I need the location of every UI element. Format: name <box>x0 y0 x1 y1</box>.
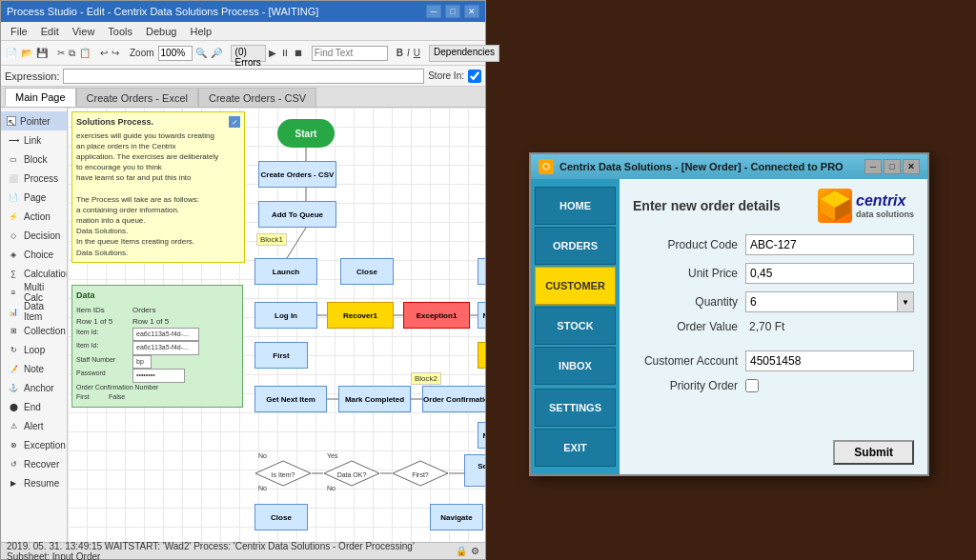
nav-customer-btn[interactable]: CUSTOMER <box>535 267 616 305</box>
modal-maximize-btn[interactable]: □ <box>884 159 901 174</box>
zoom-input[interactable] <box>158 46 193 61</box>
close-button[interactable]: ✕ <box>464 5 479 18</box>
undo-btn[interactable]: ↩ <box>99 44 109 63</box>
get-next-item[interactable]: Get Next Item <box>254 386 327 412</box>
resume1[interactable]: Resume1 <box>478 258 485 285</box>
menu-edit[interactable]: Edit <box>35 26 65 37</box>
mark-completed[interactable]: Mark Completed <box>338 386 411 412</box>
add-to-queue[interactable]: Add To Queue <box>258 201 336 228</box>
data-ok-diamond-wrapper[interactable]: Data OK? <box>323 460 380 487</box>
menu-file[interactable]: File <box>5 26 33 37</box>
tool-collection-icon: ⊞ <box>7 325 20 336</box>
quantity-input[interactable] <box>745 291 897 312</box>
tool-choice[interactable]: ◈ Choice <box>1 245 67 264</box>
create-orders-csv[interactable]: Create Orders - CSV <box>258 161 336 188</box>
pause-btn[interactable]: ⏸ <box>279 44 291 63</box>
recover2[interactable]: Recover2 <box>478 342 485 369</box>
tool-process[interactable]: ⬜ Process <box>1 169 67 188</box>
data-panel-title: Data <box>76 290 238 303</box>
minimize-button[interactable]: ─ <box>426 5 441 18</box>
tool-recover[interactable]: ↺ Recover <box>1 454 67 473</box>
log-in[interactable]: Log In <box>254 302 317 329</box>
store-in-checkbox[interactable] <box>468 70 481 83</box>
stop-btn[interactable]: ⏹ <box>293 44 304 63</box>
menu-view[interactable]: View <box>67 26 101 37</box>
select-order-option[interactable]: Select Order Option <box>464 454 485 487</box>
tool-exception[interactable]: ⊗ Exception <box>1 435 67 454</box>
mark-exception-1[interactable]: Mark Exception <box>478 302 485 329</box>
paste-btn[interactable]: 📋 <box>78 44 92 63</box>
canvas-area[interactable]: Solutions Process. ✓ exercises will guid… <box>68 108 485 542</box>
recover1[interactable]: Recover1 <box>327 302 394 329</box>
canvas-scroll: Solutions Process. ✓ exercises will guid… <box>68 108 485 542</box>
menu-debug[interactable]: Debug <box>140 26 182 37</box>
play-btn[interactable]: ▶ <box>268 44 277 63</box>
tool-link[interactable]: ⟶ Link <box>1 130 67 150</box>
open-btn[interactable]: 📂 <box>20 44 33 63</box>
dependencies-btn[interactable]: Dependencies <box>429 45 499 62</box>
tool-loop[interactable]: ↻ Loop <box>1 340 67 359</box>
title-bar-text: Process Studio - Edit - Centrix Data Sol… <box>7 6 318 17</box>
find-text-input[interactable] <box>312 46 388 61</box>
zoom-out-btn[interactable]: 🔎 <box>210 44 223 63</box>
product-code-input[interactable] <box>745 234 914 255</box>
exception1[interactable]: Exception1 <box>403 302 470 329</box>
menu-help[interactable]: Help <box>184 26 217 37</box>
launch[interactable]: Launch <box>254 258 317 285</box>
unit-price-input[interactable] <box>745 263 914 284</box>
nav-inbox-btn[interactable]: INBOX <box>535 347 616 385</box>
get-next-item-label: Get Next Item <box>266 395 315 404</box>
first-diamond-wrapper[interactable]: First? <box>392 460 449 487</box>
nav-settings-btn[interactable]: SETTINGS <box>535 389 616 427</box>
customer-account-input[interactable] <box>745 350 914 371</box>
close-2[interactable]: Close <box>254 504 308 530</box>
mark-exception-2[interactable]: Mark Exception <box>478 422 485 449</box>
modal-minimize-btn[interactable]: ─ <box>864 159 882 174</box>
quantity-arrow-btn[interactable]: ▼ <box>897 291 914 312</box>
nav-home-btn[interactable]: HOME <box>535 187 616 225</box>
tool-decision[interactable]: ◇ Decision <box>1 226 67 245</box>
tool-calculation[interactable]: ∑ Calculation <box>1 264 67 283</box>
tool-resume[interactable]: ▶ Resume <box>1 473 67 492</box>
underline-btn[interactable]: U <box>413 44 421 63</box>
expression-input[interactable] <box>63 69 424 84</box>
close-1[interactable]: Close <box>340 258 394 285</box>
tool-data-item[interactable]: 📊 Data Item <box>1 302 67 321</box>
bold-btn[interactable]: B <box>396 44 404 63</box>
zoom-in-btn[interactable]: 🔍 <box>194 44 208 63</box>
cut-btn[interactable]: ✂ <box>56 44 66 63</box>
tool-anchor[interactable]: ⚓ Anchor <box>1 378 67 397</box>
is-item-diamond-wrapper[interactable]: Is Item? <box>254 460 312 487</box>
tab-main-page[interactable]: Main Page <box>5 88 76 107</box>
tool-alert[interactable]: ⚠ Alert <box>1 416 67 435</box>
nav-stock-btn[interactable]: STOCK <box>535 307 616 345</box>
nav-exit-btn[interactable]: EXIT <box>535 429 616 467</box>
priority-order-checkbox[interactable] <box>745 379 759 392</box>
tool-end[interactable]: ⬤ End <box>1 397 67 416</box>
copy-btn[interactable]: ⧉ <box>68 44 76 63</box>
menu-tools[interactable]: Tools <box>102 26 138 37</box>
new-btn[interactable]: 📄 <box>5 44 18 63</box>
tool-multi-calc[interactable]: ≡ Multi Calc <box>1 283 67 302</box>
nav-orders-btn[interactable]: ORDERS <box>535 227 616 265</box>
italic-btn[interactable]: I <box>406 44 411 63</box>
redo-btn[interactable]: ↪ <box>111 44 120 63</box>
start-oval[interactable]: Start <box>277 119 335 148</box>
modal-close-btn[interactable]: ✕ <box>903 159 920 174</box>
tool-block[interactable]: ▭ Block <box>1 150 67 169</box>
tab-create-orders-excel[interactable]: Create Orders - Excel <box>76 88 198 107</box>
info-panel-close-btn[interactable]: ✓ <box>229 116 240 128</box>
save-btn[interactable]: 💾 <box>35 44 49 63</box>
tool-page[interactable]: 📄 Page <box>1 188 67 207</box>
tool-pointer[interactable]: ↖ Pointer <box>1 111 67 130</box>
tool-action[interactable]: ⚡ Action <box>1 207 67 226</box>
tool-note[interactable]: 📝 Note <box>1 359 67 378</box>
tool-collection[interactable]: ⊞ Collection <box>1 321 67 340</box>
maximize-button[interactable]: □ <box>445 5 460 18</box>
errors-btn[interactable]: (0) Errors <box>231 45 266 62</box>
order-confirmation[interactable]: Order Confirmation <box>422 386 485 412</box>
tab-create-orders-csv[interactable]: Create Orders - CSV <box>198 88 316 107</box>
first-rect[interactable]: First <box>254 342 308 369</box>
submit-button[interactable]: Submit <box>833 440 914 465</box>
navigate[interactable]: Navigate <box>430 504 483 530</box>
